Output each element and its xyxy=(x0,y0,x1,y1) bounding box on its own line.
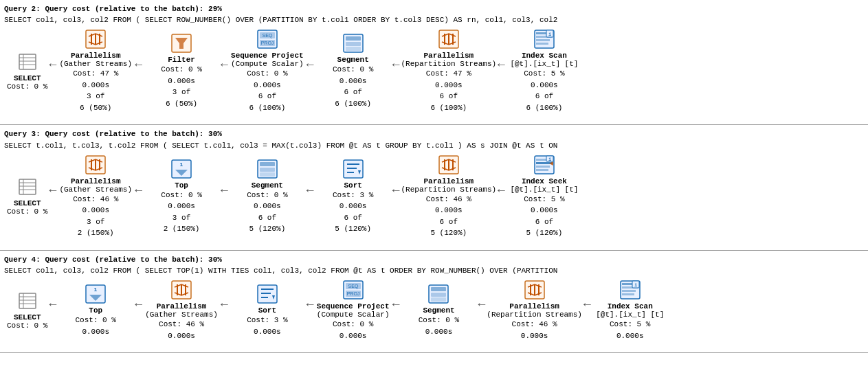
query-title-2: Query 4: Query cost (relative to the bat… xyxy=(4,256,222,264)
arrow-1-3: ← xyxy=(221,183,228,197)
svg-rect-95 xyxy=(622,283,633,285)
node-label-2-2: Parallelism xyxy=(157,302,207,310)
query-sql-1: SELECT t.col1, t.col3, t.col2 FROM ( SEL… xyxy=(0,142,868,150)
node-label-2-3: Sort xyxy=(258,306,276,315)
node-stats-0-4: Cost: 0 %0.000s6 of6 (100%) xyxy=(333,64,373,109)
node-0-6: i Index Scan [@t].[ix_t] [t] Cost: 5 %0.… xyxy=(507,30,582,113)
arrow-0-3: ← xyxy=(221,58,228,71)
node-2-0: SELECT Cost: 0 % xyxy=(7,292,47,330)
node-label-2-0: SELECT xyxy=(14,313,41,321)
node-label-2-4: Sequence Project xyxy=(317,302,390,310)
svg-rect-19 xyxy=(346,47,361,51)
node-icon-1-6: i xyxy=(534,155,555,177)
plan-area-0: SELECT Cost: 0 % ← Parallelism (Gather S… xyxy=(0,24,868,119)
svg-text:i: i xyxy=(548,32,551,37)
node-icon-2-7: i xyxy=(620,280,641,302)
query-title-0: Query 2: Query cost (relative to the bat… xyxy=(4,5,222,13)
node-label-0-5: Parallelism xyxy=(423,52,474,60)
node-sublabel-1-1: (Gather Streams) xyxy=(59,185,132,194)
arrow-0-2: ← xyxy=(135,58,142,71)
node-label-0-2: Filter xyxy=(168,56,195,64)
node-2-7: i Index Scan [@t].[ix_t] [t] Cost: 5 %0.… xyxy=(592,280,668,341)
plan-area-2: SELECT Cost: 0 % ← 1 Top Cost: 0 %0.000s… xyxy=(0,275,868,347)
node-stats-2-0: Cost: 0 % xyxy=(7,321,47,330)
node-sublabel-0-5: (Repartition Streams) xyxy=(401,60,496,68)
query-sql-0: SELECT col1, col3, col2 FROM ( SELECT RO… xyxy=(0,16,868,24)
arrow-1-1: ← xyxy=(49,183,56,197)
node-icon-2-6 xyxy=(524,280,545,302)
svg-rect-87 xyxy=(431,287,446,291)
arrow-0-1: ← xyxy=(49,58,56,71)
svg-rect-60 xyxy=(536,169,548,171)
node-stats-0-6: Cost: 5 %0.000s6 of6 (100%) xyxy=(524,68,564,113)
query-section-0: Query 2: Query cost (relative to the bat… xyxy=(0,0,868,125)
arrow-0-4: ← xyxy=(307,58,314,71)
node-label-2-5: Segment xyxy=(423,306,454,315)
arrow-2-4: ← xyxy=(307,297,314,311)
node-0-2: Filter Cost: 0 %0.000s3 of6 (50%) xyxy=(144,34,219,109)
query-sql-2: SELECT col1, col3, col2 FROM ( SELECT TO… xyxy=(0,267,868,275)
svg-rect-46 xyxy=(260,172,275,177)
node-stats-1-5: Cost: 46 %0.000s6 of5 (120%) xyxy=(426,194,471,239)
arrow-2-2: ← xyxy=(135,297,142,311)
node-2-3: Sort Cost: 3 %0.000s xyxy=(230,284,305,337)
svg-rect-27 xyxy=(536,39,550,41)
node-stats-2-5: Cost: 0 %0.000s xyxy=(419,315,459,337)
node-label-1-4: Sort xyxy=(344,181,361,190)
svg-rect-97 xyxy=(622,290,636,292)
arrow-1-4: ← xyxy=(307,183,314,197)
node-icon-0-4 xyxy=(343,34,364,55)
node-0-4: Segment Cost: 0 %0.000s6 of6 (100%) xyxy=(315,34,391,109)
node-icon-2-5 xyxy=(428,284,449,306)
node-stats-2-2: Cost: 46 %0.000s xyxy=(159,319,204,341)
node-stats-0-0: Cost: 0 % xyxy=(7,82,47,91)
node-label-1-6: Index Seek xyxy=(522,177,567,185)
query-header-0: Query 2: Query cost (relative to the bat… xyxy=(0,3,868,16)
node-stats-1-1: Cost: 46 %0.000s3 of2 (150%) xyxy=(73,194,118,239)
svg-rect-25 xyxy=(536,32,547,34)
node-sublabel-2-2: (Gather Streams) xyxy=(145,310,218,319)
node-stats-1-6: Cost: 5 %0.000s6 of5 (120%) xyxy=(524,194,564,239)
svg-text:PROJ: PROJ xyxy=(261,41,274,45)
node-stats-1-3: Cost: 0 %0.000s6 of5 (120%) xyxy=(247,190,287,235)
node-sublabel-2-6: (Repartition Streams) xyxy=(487,310,582,319)
select-icon-1 xyxy=(18,178,37,198)
svg-rect-31 xyxy=(19,179,36,194)
node-label-1-0: SELECT xyxy=(14,199,41,207)
node-icon-0-3: SEQ PROJ xyxy=(257,30,278,51)
node-sublabel-0-3: (Compute Scalar) xyxy=(231,60,304,68)
svg-rect-89 xyxy=(431,297,446,302)
svg-rect-64 xyxy=(19,293,36,308)
node-stats-1-0: Cost: 0 % xyxy=(7,207,47,216)
node-label-0-0: SELECT xyxy=(14,74,41,82)
node-stats-2-1: Cost: 0 %0.000s xyxy=(76,315,116,337)
node-1-5: Parallelism (Repartition Streams) Cost: … xyxy=(401,155,496,239)
node-1-6: i Index Seek [@t].[ix_t] [t] Cost: 5 %0.… xyxy=(507,155,582,239)
arrow-1-5: ← xyxy=(392,183,400,197)
node-1-2: 1 Top Cost: 0 %0.000s3 of2 (150%) xyxy=(144,159,219,235)
arrow-2-3: ← xyxy=(221,297,228,311)
svg-rect-45 xyxy=(260,168,275,172)
node-icon-0-5 xyxy=(438,30,459,51)
node-1-4: Sort Cost: 3 %0.000s6 of5 (120%) xyxy=(315,159,391,235)
query-header-1: Query 3: Query cost (relative to the bat… xyxy=(0,128,868,141)
node-label-1-2: Top xyxy=(175,181,188,190)
node-icon-1-3 xyxy=(257,159,278,181)
node-0-3: SEQ PROJ Sequence Project (Compute Scala… xyxy=(230,30,305,113)
query-header-2: Query 4: Query cost (relative to the bat… xyxy=(0,253,868,267)
node-sublabel-2-4: (Compute Scalar) xyxy=(317,310,390,319)
node-1-0: SELECT Cost: 0 % xyxy=(7,178,47,216)
node-label-2-1: Top xyxy=(89,306,102,315)
svg-rect-59 xyxy=(536,166,550,168)
node-sublabel-1-5: (Repartition Streams) xyxy=(401,185,496,194)
node-icon-0-1 xyxy=(85,30,106,51)
node-icon-0-6: i xyxy=(534,30,555,51)
node-icon-1-5 xyxy=(438,155,459,177)
node-label-2-6: Parallelism xyxy=(509,302,559,310)
svg-text:i: i xyxy=(548,156,551,161)
query-section-1: Query 3: Query cost (relative to the bat… xyxy=(0,125,868,250)
node-2-4: SEQ PROJ Sequence Project (Compute Scala… xyxy=(315,280,391,341)
arrow-0-5: ← xyxy=(392,58,400,71)
svg-rect-44 xyxy=(260,162,275,166)
arrow-2-6: ← xyxy=(478,297,485,311)
